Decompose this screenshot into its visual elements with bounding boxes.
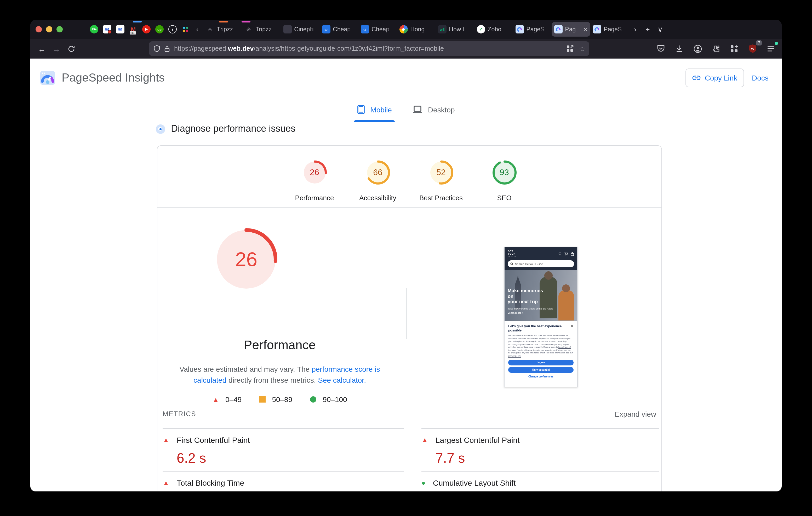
tabs: ✳Tripzz ✳Tripzz Cinephile | ☼Cheap ☼Chea… bbox=[203, 20, 629, 39]
pinned-tab-upwork[interactable]: up bbox=[154, 23, 165, 35]
pinned-tabs: 99+ ✉ ✉ M100+ ▶ up i bbox=[89, 23, 191, 35]
gyg-logo: GETYOURGUIDE bbox=[508, 250, 516, 258]
tab-tripzz[interactable]: ✳Tripzz bbox=[203, 22, 242, 37]
pinned-tab-mail-2[interactable]: ✉ bbox=[115, 23, 125, 35]
score-accessibility[interactable]: 66 Accessibility bbox=[346, 160, 409, 202]
gyg-cookie-dialog: Let's give you the best experience possi… bbox=[504, 321, 577, 378]
score-best-practices[interactable]: 52 Best Practices bbox=[409, 160, 473, 202]
score-performance[interactable]: 26 Performance bbox=[283, 160, 346, 202]
toolbar-extensions: w7 bbox=[655, 41, 777, 56]
pinned-tab-gmail[interactable]: M100+ bbox=[128, 23, 139, 35]
divider bbox=[163, 428, 404, 429]
tab-zoho[interactable]: ✓Zoho bbox=[474, 22, 513, 37]
tracking-protection-shield-icon[interactable] bbox=[153, 45, 161, 52]
gyg-change-preferences-link: Change preferences bbox=[508, 375, 574, 378]
forward-button[interactable]: → bbox=[49, 41, 64, 56]
triangle-icon: ▲ bbox=[163, 435, 169, 445]
score-seo[interactable]: 93 SEO bbox=[473, 160, 536, 202]
adblock-shield-icon[interactable]: w7 bbox=[747, 43, 758, 54]
triangle-icon: ▲ bbox=[422, 435, 428, 445]
account-icon[interactable] bbox=[692, 43, 703, 54]
legend-good: 90–100 bbox=[310, 395, 347, 404]
person-figure bbox=[558, 290, 574, 320]
screen: 99+ ✉ ✉ M100+ ▶ up i ‹ ✳Tripzz ✳Tripzz C… bbox=[0, 0, 812, 516]
minimize-window-button[interactable] bbox=[46, 26, 52, 32]
see-calculator-link[interactable]: See calculator. bbox=[318, 376, 366, 384]
pinned-tab-info[interactable]: i bbox=[167, 23, 178, 35]
tab-tripzz-2[interactable]: ✳Tripzz bbox=[242, 22, 281, 37]
expand-view-toggle[interactable]: Expand view bbox=[615, 410, 656, 418]
close-tab-icon[interactable]: ✕ bbox=[583, 26, 588, 32]
downloads-icon[interactable] bbox=[673, 43, 685, 54]
pagespeed-page: PageSpeed Insights Copy Link Docs Mobile… bbox=[30, 59, 782, 491]
container-tab-icon[interactable] bbox=[567, 45, 574, 52]
tab-desktop[interactable]: Desktop bbox=[413, 105, 455, 122]
pagespeed-favicon-icon bbox=[554, 25, 562, 33]
back-button[interactable]: ← bbox=[34, 41, 49, 56]
tab-pagespeed[interactable]: PageS bbox=[513, 22, 551, 37]
info-icon: i bbox=[168, 25, 177, 33]
tab-strip: 99+ ✉ ✉ M100+ ▶ up i ‹ ✳Tripzz ✳Tripzz C… bbox=[30, 20, 782, 39]
tab-cheapflights-2[interactable]: ☼Cheap bbox=[358, 22, 397, 37]
pinned-tab-whatsapp[interactable]: 99+ bbox=[89, 23, 99, 35]
navigation-toolbar: ← → https://pagespeed.web.dev/analysis/h… bbox=[30, 39, 782, 59]
tab-cheapflights[interactable]: ☼Cheap bbox=[319, 22, 358, 37]
pagespeed-favicon-icon bbox=[515, 25, 524, 33]
bookmark-star-icon[interactable]: ☆ bbox=[579, 45, 585, 53]
new-tab-button[interactable]: + bbox=[641, 25, 654, 33]
square-icon bbox=[259, 396, 266, 403]
pinned-tab-youtube[interactable]: ▶ bbox=[141, 23, 152, 35]
legend-average: 50–89 bbox=[259, 395, 292, 404]
mail-icon: ✉ bbox=[116, 25, 124, 33]
upwork-icon: up bbox=[155, 25, 164, 33]
gyg-hero-image: Make memories onyour next trip Take in p… bbox=[504, 270, 577, 321]
mail-icon: ✉ bbox=[103, 25, 111, 33]
pocket-icon[interactable] bbox=[655, 43, 667, 54]
page-screenshot-thumbnail[interactable]: GETYOURGUIDE ♡ Search GetYourG bbox=[504, 247, 578, 388]
metrics-heading: METRICS bbox=[163, 410, 196, 418]
url-bar[interactable]: https://pagespeed.web.dev/analysis/https… bbox=[149, 41, 589, 56]
diagnose-gauge-icon bbox=[156, 124, 165, 134]
tab-pagespeed-2[interactable]: PageS bbox=[590, 22, 629, 37]
divider bbox=[163, 471, 404, 471]
score-legend: ▲0–49 50–89 90–100 bbox=[157, 395, 402, 404]
lock-icon[interactable] bbox=[164, 45, 170, 52]
pinned-tab-slack[interactable] bbox=[180, 23, 191, 35]
svg-text:w: w bbox=[751, 47, 754, 51]
site-header: PageSpeed Insights Copy Link Docs bbox=[30, 59, 782, 97]
scroll-tabs-left-button[interactable]: ‹ bbox=[196, 25, 198, 33]
list-all-tabs-button[interactable]: ∨ bbox=[654, 25, 666, 33]
heart-icon: ♡ bbox=[558, 252, 561, 256]
tab-mobile[interactable]: Mobile bbox=[357, 105, 392, 122]
pinned-tab-mail[interactable]: ✉ bbox=[102, 23, 112, 35]
metric-total-blocking-time: ▲ Total Blocking Time bbox=[163, 478, 404, 491]
pinned-tab-attention-indicator bbox=[219, 21, 228, 23]
reload-button[interactable] bbox=[64, 41, 79, 56]
tab-cinephile[interactable]: Cinephile | bbox=[281, 22, 319, 37]
accessibility-gauge: 66 bbox=[365, 160, 391, 185]
tripzz-favicon-icon: ✳ bbox=[244, 25, 253, 33]
menu-hamburger-icon[interactable] bbox=[765, 43, 777, 54]
docs-link[interactable]: Docs bbox=[752, 74, 768, 82]
divider bbox=[422, 471, 659, 471]
cart-icon bbox=[564, 252, 568, 256]
window-controls bbox=[35, 26, 63, 32]
close-window-button[interactable] bbox=[35, 26, 42, 32]
page-title: PageSpeed Insights bbox=[62, 71, 165, 84]
tab-pagespeed-active[interactable]: Pag✕ bbox=[551, 22, 590, 37]
zoom-window-button[interactable] bbox=[56, 26, 63, 32]
tab-w3schools[interactable]: w3How t bbox=[435, 22, 474, 37]
collections-add-icon[interactable] bbox=[728, 43, 740, 54]
metric-value: 7.7 s bbox=[436, 450, 520, 466]
url-text[interactable]: https://pagespeed.web.dev/analysis/https… bbox=[174, 45, 567, 52]
triangle-icon: ▲ bbox=[163, 478, 169, 488]
divider bbox=[422, 428, 659, 429]
copy-link-button[interactable]: Copy Link bbox=[686, 68, 744, 87]
google-maps-pin-icon bbox=[399, 25, 408, 33]
performance-gauge: 26 bbox=[301, 160, 327, 185]
scroll-tabs-right-button[interactable]: › bbox=[629, 25, 641, 33]
divider bbox=[406, 288, 407, 339]
tab-hong-kong-maps[interactable]: Hong bbox=[397, 22, 435, 37]
extensions-puzzle-icon[interactable] bbox=[710, 43, 722, 54]
metric-value: 6.2 s bbox=[177, 450, 250, 466]
